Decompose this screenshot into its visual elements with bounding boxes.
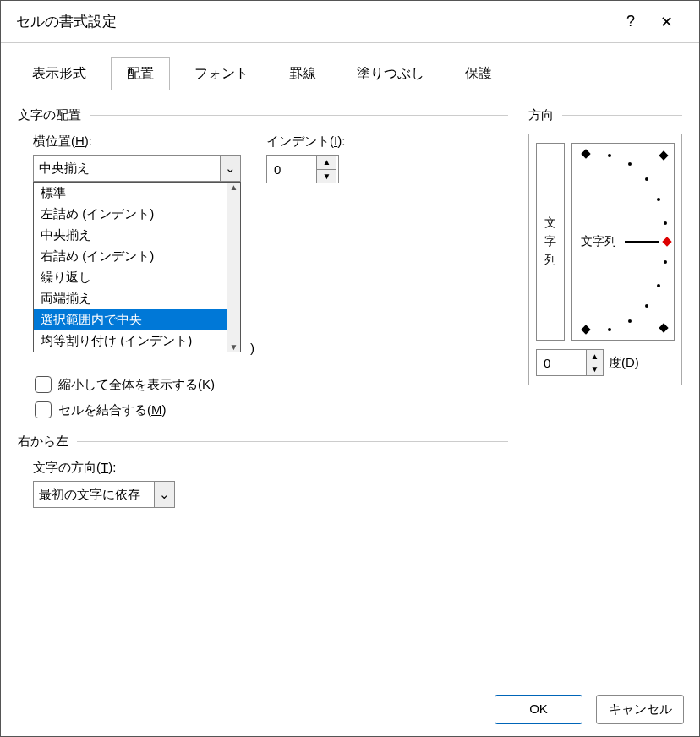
orientation-degree-label: 度(D)	[609, 355, 639, 371]
merge-cells-checkbox[interactable]	[35, 401, 52, 418]
shrink-to-fit-checkbox[interactable]	[35, 376, 52, 393]
orientation-vertical-button[interactable]: 文 字 列	[536, 143, 565, 341]
rtl-group: 右から左	[18, 434, 508, 451]
text-direction-label: 文字の方向(T):	[33, 460, 508, 476]
option-center-selection[interactable]: 選択範囲内で中央	[34, 309, 240, 330]
scroll-up-icon[interactable]: ▲	[230, 183, 238, 192]
dialog-title: セルの書式設定	[16, 12, 613, 31]
merge-label: セルを結合する(M)	[58, 402, 167, 418]
indent-spin-down[interactable]: ▼	[317, 170, 336, 183]
indent-spinner[interactable]: ▲ ▼	[266, 155, 339, 183]
tab-number-format[interactable]: 表示形式	[16, 57, 102, 90]
titlebar: セルの書式設定 ? ✕	[1, 1, 699, 43]
orientation-degree-input[interactable]	[537, 350, 586, 375]
tab-protection[interactable]: 保護	[449, 57, 508, 90]
orientation-marker-90[interactable]	[581, 149, 590, 158]
orientation-degree-spinner[interactable]: ▲ ▼	[536, 349, 604, 376]
tab-alignment[interactable]: 配置	[111, 57, 170, 90]
orientation-dial[interactable]: 文字列	[571, 143, 675, 341]
chevron-down-icon[interactable]: ⌄	[154, 482, 174, 507]
option-right-indent[interactable]: 右詰め (インデント)	[34, 246, 240, 267]
option-repeat[interactable]: 繰り返し	[34, 267, 240, 288]
indent-input[interactable]	[267, 156, 316, 183]
option-justify[interactable]: 両端揃え	[34, 288, 240, 309]
indent-spin-up[interactable]: ▲	[317, 156, 336, 170]
indent-label: インデント(I):	[266, 134, 345, 150]
option-left-indent[interactable]: 左詰め (インデント)	[34, 204, 240, 225]
orientation-marker-neg45[interactable]	[659, 323, 668, 332]
tab-font[interactable]: フォント	[178, 57, 265, 90]
shrink-label: 縮小して全体を表示する(K)	[58, 377, 215, 393]
horizontal-combo[interactable]: 中央揃え ⌄	[33, 155, 241, 182]
tab-fill[interactable]: 塗りつぶし	[341, 57, 440, 90]
scroll-down-icon[interactable]: ▼	[230, 342, 238, 352]
option-standard[interactable]: 標準	[34, 183, 240, 204]
degree-spin-up[interactable]: ▲	[587, 350, 603, 363]
horizontal-label: 横位置(H):	[33, 134, 241, 150]
degree-spin-down[interactable]: ▼	[587, 363, 603, 376]
tab-border[interactable]: 罫線	[273, 57, 332, 90]
option-center[interactable]: 中央揃え	[34, 225, 240, 246]
dropdown-scrollbar[interactable]: ▲ ▼	[227, 183, 240, 352]
text-alignment-group: 文字の配置	[18, 107, 508, 125]
tab-bar: 表示形式 配置 フォント 罫線 塗りつぶし 保護	[1, 43, 699, 90]
orientation-marker-0[interactable]	[662, 237, 671, 246]
chevron-down-icon[interactable]: ⌄	[220, 156, 240, 181]
orientation-marker-45[interactable]	[659, 150, 668, 160]
horizontal-dropdown-list[interactable]: 標準 左詰め (インデント) 中央揃え 右詰め (インデント) 繰り返し 両端揃…	[33, 182, 241, 352]
help-button[interactable]: ?	[613, 13, 648, 30]
wrap-text-partial: )	[250, 341, 254, 355]
orientation-group: 方向	[528, 107, 682, 125]
orientation-marker-neg90[interactable]	[581, 325, 590, 334]
close-button[interactable]: ✕	[648, 13, 684, 31]
text-direction-combo[interactable]: 最初の文字に依存 ⌄	[33, 481, 175, 508]
option-distributed[interactable]: 均等割り付け (インデント)	[34, 330, 240, 352]
cancel-button[interactable]: キャンセル	[596, 695, 684, 724]
ok-button[interactable]: OK	[495, 695, 582, 724]
